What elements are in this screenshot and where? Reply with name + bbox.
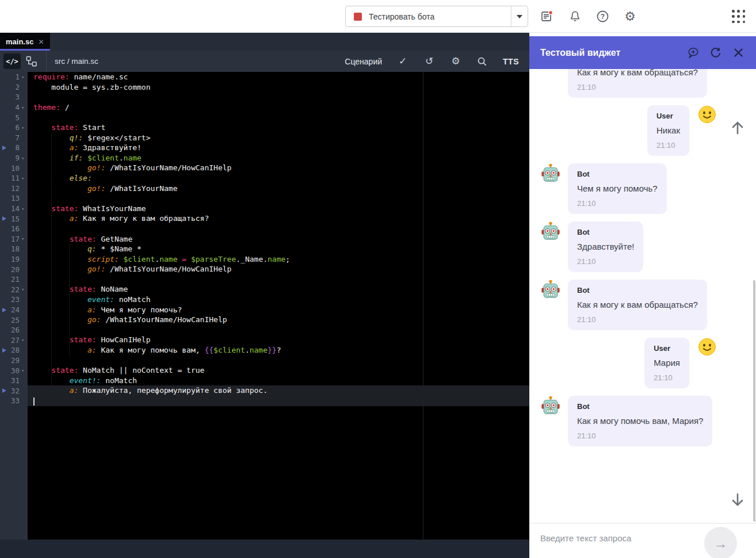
user-avatar-icon (698, 338, 717, 357)
top-bar: Тестировать бота ? (0, 0, 756, 33)
check-icon[interactable]: ✓ (397, 56, 408, 67)
line-number-gutter: 1▾234▾56▾789▾1011▾121314▾151617▾18192021… (0, 72, 28, 540)
gutter-row: 14▾ (0, 204, 28, 214)
code-line: a: Пожалуйста, переформулируйте свой зап… (28, 385, 529, 396)
line-number: 6 (0, 123, 21, 132)
code-line: theme: / (28, 102, 529, 113)
tab-main-sc[interactable]: main.sc ✕ (0, 33, 50, 51)
run-test-icon[interactable] (2, 216, 6, 221)
gutter-row: 23 (0, 295, 28, 305)
line-number: 22 (0, 285, 21, 294)
news-icon[interactable] (540, 9, 555, 24)
fold-caret-icon[interactable]: ▾ (21, 368, 28, 373)
scroll-to-bottom-button[interactable] (730, 492, 747, 509)
message-bubble: BotЗдравствуйте!21:10 (568, 221, 643, 272)
message-bubble: BotКак я могу к вам обращаться?21:10 (568, 280, 707, 330)
code-line: state: Start (28, 123, 529, 133)
run-test-icon[interactable] (2, 308, 6, 312)
gutter-row: 12 (0, 184, 28, 194)
apps-grid-icon[interactable] (732, 10, 746, 24)
gutter-row: 7 (0, 133, 28, 143)
line-number: 3 (0, 93, 21, 101)
message-text: Как я могу к вам обращаться? (577, 69, 698, 78)
flow-view-icon[interactable] (23, 53, 40, 69)
message-text: Как я могу помочь вам, Мария? (577, 415, 703, 427)
code-editor[interactable]: 1▾234▾56▾789▾1011▾121314▾151617▾18192021… (0, 72, 529, 540)
code-line: go!: /WhatIsYourName (28, 184, 529, 194)
scroll-to-top-button[interactable] (730, 120, 747, 137)
refresh-icon[interactable] (709, 47, 722, 59)
line-number: 17 (0, 235, 21, 243)
fold-caret-icon[interactable]: ▾ (21, 74, 28, 80)
help-icon[interactable]: ? (595, 9, 610, 24)
line-number: 33 (0, 396, 21, 405)
test-widget-panel: Тестовый виджет (529, 33, 756, 558)
new-dialog-icon[interactable] (687, 47, 700, 59)
code-line: q: * $Name * (28, 244, 529, 254)
settings-icon[interactable]: ⚙ (623, 9, 637, 24)
fold-caret-icon[interactable]: ▾ (21, 337, 28, 343)
message-time: 21:10 (577, 315, 698, 324)
fold-caret-icon[interactable]: ▾ (21, 206, 28, 212)
line-number: 30 (0, 366, 21, 375)
message-time: 21:10 (577, 83, 698, 91)
gutter-row: 30▾ (0, 365, 28, 376)
line-number: 2 (0, 83, 21, 91)
run-test-icon[interactable] (2, 388, 6, 393)
fold-caret-icon[interactable]: ▾ (21, 155, 28, 161)
undo-icon[interactable]: ↺ (423, 56, 435, 67)
code-line (28, 112, 529, 123)
sender-label: Bot (577, 286, 698, 295)
gutter-row: 29 (0, 356, 28, 366)
close-icon[interactable]: ✕ (38, 38, 44, 46)
gutter-row: 27▾ (0, 335, 28, 345)
bot-avatar-icon (541, 221, 560, 241)
chevron-down-icon[interactable] (511, 15, 528, 18)
tab-label: main.sc (6, 37, 33, 46)
search-icon[interactable] (476, 56, 488, 67)
code-line: module = sys.zb-common (28, 82, 529, 93)
chat-scrollbar[interactable] (753, 280, 755, 522)
message-input[interactable] (540, 529, 701, 546)
send-button[interactable]: → (704, 527, 737, 558)
bot-message: BotКак я могу к вам обращаться?21:10 (529, 280, 756, 330)
fold-caret-icon[interactable]: ▾ (21, 236, 28, 242)
svg-text:?: ? (600, 13, 604, 21)
code-line (28, 325, 529, 335)
code-line: a: Чем я могу помочь? (28, 305, 529, 315)
close-icon[interactable] (732, 47, 744, 59)
code-line (28, 274, 529, 285)
message-time: 21:10 (656, 141, 680, 150)
tts-button[interactable]: TTS (503, 57, 519, 66)
toolbar-divider (46, 51, 47, 72)
fold-caret-icon[interactable]: ▾ (21, 105, 28, 110)
gutter-row: 31 (0, 376, 28, 386)
line-number: 11 (0, 174, 21, 182)
chat-input-area: → (529, 523, 756, 558)
fold-caret-icon[interactable]: ▾ (21, 125, 28, 131)
line-number: 21 (0, 275, 21, 284)
scenario-label[interactable]: Сценарий (345, 57, 382, 66)
code-area[interactable]: require: name/name.sc module = sys.zb-co… (28, 72, 529, 540)
code-line: state: GetName (28, 234, 529, 244)
message-text: Никак (656, 125, 680, 136)
run-test-icon[interactable] (2, 348, 6, 353)
gutter-row: 33 (0, 396, 28, 406)
run-test-icon[interactable] (2, 146, 6, 150)
fold-caret-icon[interactable]: ▾ (21, 175, 28, 181)
editor-toolbar: </> src / main.sc Сценарий ✓ ↺ ⚙ (0, 51, 529, 72)
code-view-icon[interactable]: </> (3, 53, 21, 69)
message-text: Здравствуйте! (577, 241, 634, 253)
settings-icon[interactable]: ⚙ (450, 56, 461, 67)
message-bubble: BotЧем я могу помочь?21:10 (568, 163, 667, 214)
code-line: else: (28, 173, 529, 184)
message-time: 21:10 (654, 373, 680, 382)
gutter-row: 5 (0, 112, 28, 123)
fold-caret-icon[interactable]: ▾ (21, 286, 28, 292)
gutter-row: 19 (0, 254, 28, 265)
tab-bar: main.sc ✕ (0, 33, 529, 51)
test-bot-button[interactable]: Тестировать бота (345, 6, 528, 27)
bell-icon[interactable] (567, 9, 582, 24)
code-line: require: name/name.sc (28, 72, 529, 82)
bot-message: BotЗдравствуйте!21:10 (529, 221, 756, 272)
